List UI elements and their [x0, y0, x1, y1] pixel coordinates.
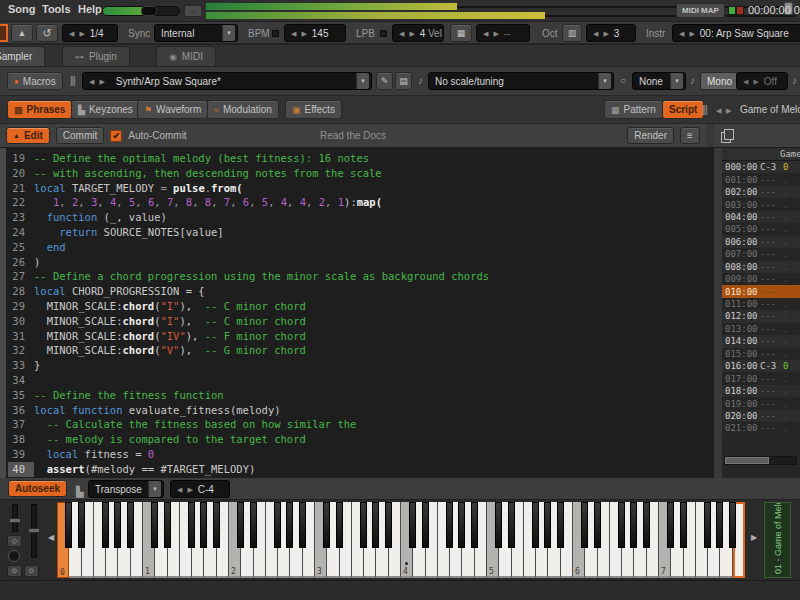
velocity-stepper[interactable]: ◀ ▶ -- — [476, 24, 530, 42]
phrase-map-strip[interactable]: 01 - Game of Melody — [764, 502, 791, 578]
phrase-row[interactable]: 005:00---. — [722, 223, 800, 235]
key-select[interactable]: None ▼ — [632, 72, 686, 90]
piano-key-black[interactable] — [544, 502, 551, 548]
piano-key-black[interactable] — [680, 502, 687, 548]
stepper-left-icon[interactable]: ◀ — [291, 30, 296, 37]
stepper-left-icon[interactable]: ◀ — [716, 107, 721, 114]
stepper-left-icon[interactable]: ◀ — [679, 30, 684, 37]
menu-help[interactable]: Help — [78, 3, 102, 15]
pitchbend-handle[interactable] — [9, 518, 21, 523]
piano-key-black[interactable] — [78, 502, 85, 548]
piano-key-black[interactable] — [532, 502, 539, 548]
code-line[interactable]: 19-- Define the optimal melody (best fit… — [8, 151, 714, 166]
piano-key-black[interactable] — [630, 502, 637, 548]
code-line[interactable]: 28local CHORD_PROGRESSION = { — [8, 284, 714, 299]
chevron-down-icon[interactable]: ▼ — [222, 25, 235, 41]
piano-key-black[interactable] — [385, 502, 392, 548]
piano-key-black[interactable] — [213, 502, 220, 548]
scroll-right-icon[interactable]: ▶ — [751, 533, 757, 542]
edit-mode-button[interactable] — [0, 24, 8, 42]
piano-key-black[interactable] — [114, 502, 121, 548]
piano-key-black[interactable] — [360, 502, 367, 548]
master-volume-handle[interactable] — [141, 6, 157, 16]
code-line[interactable]: 31 MINOR_SCALE:chord("IV"), -- F minor c… — [8, 329, 714, 344]
stepper-right-icon[interactable]: ▶ — [301, 30, 306, 37]
menu-song[interactable]: Song — [8, 3, 36, 15]
phrase-row[interactable]: 018:00---. — [722, 385, 800, 397]
piano-key-black[interactable] — [643, 502, 650, 548]
tab-phrases[interactable]: ▥ Phrases — [7, 100, 72, 119]
piano-key-black[interactable] — [323, 502, 330, 548]
stepper-left-icon[interactable]: ◀ — [89, 78, 94, 85]
phrase-row[interactable]: 006:00---. — [722, 236, 800, 248]
piano-key-black[interactable] — [716, 502, 723, 548]
code-line[interactable]: 40 assert(#melody == #TARGET_MELODY) — [8, 462, 714, 477]
piano-key-black[interactable] — [581, 502, 588, 548]
code-line[interactable]: 38 -- melody is compared to the target c… — [8, 432, 714, 447]
pitchbend-reset-button[interactable]: ◇ — [7, 535, 22, 547]
code-line[interactable]: 35-- Define the fitness function — [8, 388, 714, 403]
menu-tools[interactable]: Tools — [42, 3, 71, 15]
piano-key-black[interactable] — [250, 502, 257, 548]
lpb-link-toggle[interactable] — [380, 30, 387, 37]
stepper-right-icon[interactable]: ▶ — [603, 30, 608, 37]
metronome-button[interactable]: ▲ — [11, 24, 33, 42]
piano-key-black[interactable] — [729, 502, 736, 548]
piano-key-black[interactable] — [127, 502, 134, 548]
stepper-right-icon[interactable]: ▶ — [493, 30, 498, 37]
piano-key-black[interactable] — [667, 502, 674, 548]
velocity-keyboard-button[interactable]: ▦ — [450, 24, 472, 42]
phrase-row[interactable]: 017:00---. — [722, 372, 800, 384]
chevron-down-icon[interactable]: ▼ — [670, 73, 683, 89]
preset-select[interactable]: ◀ ▶ Synth/Arp Saw Square* ▼ — [82, 72, 372, 90]
stepper-left-icon[interactable]: ◀ — [177, 486, 182, 493]
quantize-stepper[interactable]: ◀ ▶ 1/4 — [62, 24, 118, 42]
code-line[interactable]: 34 — [8, 373, 714, 388]
stepper-right-icon[interactable]: ▶ — [187, 486, 192, 493]
editor-scrollbar[interactable] — [0, 148, 6, 478]
loop-follow-button[interactable]: ↺ — [36, 24, 58, 42]
code-line[interactable]: 22 1, 2, 3, 4, 5, 6, 7, 8, 8, 7, 6, 5, 4… — [8, 195, 714, 210]
piano-key-black[interactable] — [286, 502, 293, 548]
piano-key-black[interactable] — [471, 502, 478, 548]
scale-select[interactable]: No scale/tuning ▼ — [428, 72, 614, 90]
stepper-right-icon[interactable]: ▶ — [753, 78, 758, 85]
stepper-right-icon[interactable]: ▶ — [409, 30, 414, 37]
code-line[interactable]: 26) — [8, 255, 714, 270]
code-line[interactable]: 33} — [8, 358, 714, 373]
piano-key-black[interactable] — [557, 502, 564, 548]
phrase-row[interactable]: 014:00---. — [722, 335, 800, 347]
tab-waveform[interactable]: ⚑ Waveform — [137, 100, 208, 119]
tab-pattern[interactable]: ▦ Pattern — [604, 100, 663, 119]
copy-icon[interactable] — [721, 129, 734, 142]
stepper-left-icon[interactable]: ◀ — [743, 78, 748, 85]
phrase-row[interactable]: 011:00---. — [722, 298, 800, 310]
code-line[interactable]: 32 MINOR_SCALE:chord("V"), -- G minor ch… — [8, 343, 714, 358]
stepper-left-icon[interactable]: ◀ — [483, 30, 488, 37]
volume-reset-button[interactable]: ↔ — [184, 5, 202, 17]
tab-effects[interactable]: ▣ Effects — [285, 100, 342, 119]
code-line[interactable]: 21local TARGET_MELODY = pulse.from( — [8, 181, 714, 196]
piano-key-black[interactable] — [618, 502, 625, 548]
columns-icon[interactable]: ||| — [702, 104, 707, 115]
transpose-stepper[interactable]: ◀ ▶ C-4 — [170, 480, 230, 498]
tab-script[interactable]: Script — [662, 100, 704, 119]
tab-midi[interactable]: ◉ MIDI — [156, 46, 216, 66]
piano-key-black[interactable] — [446, 502, 453, 548]
octave-stepper[interactable]: ◀ ▶ 3 — [586, 24, 636, 42]
code-line[interactable]: 24 return SOURCE_NOTES[value] — [8, 225, 714, 240]
piano-key-black[interactable] — [594, 502, 601, 548]
script-editor[interactable]: 19-- Define the optimal melody (best fit… — [0, 148, 714, 478]
stepper-right-icon[interactable]: ▶ — [79, 30, 84, 37]
save-preset-button[interactable]: ▤ — [395, 72, 412, 90]
phrase-row[interactable]: 021:00---. — [722, 422, 800, 434]
stepper-right-icon[interactable]: ▶ — [689, 30, 694, 37]
phrase-row[interactable]: 009:00---. — [722, 273, 800, 285]
stepper-left-icon[interactable]: ◀ — [69, 30, 74, 37]
tab-sampler[interactable]: Sampler — [0, 46, 45, 66]
instrument-select[interactable]: ◀ ▶ 00: Arp Saw Square — [672, 24, 800, 42]
piano-key-black[interactable] — [458, 502, 465, 548]
piano-key-black[interactable] — [188, 502, 195, 548]
piano-key-black[interactable] — [65, 502, 72, 548]
stepper-right-icon[interactable]: ▶ — [99, 78, 104, 85]
